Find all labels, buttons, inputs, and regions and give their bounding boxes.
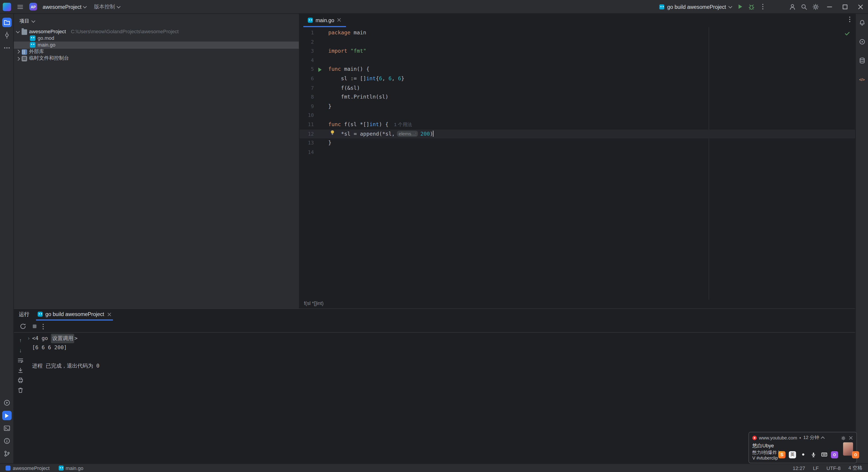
input-apps-grid-icon[interactable] — [841, 451, 848, 458]
code-line-1[interactable]: 1package main — [300, 28, 855, 37]
settings-button[interactable] — [810, 1, 822, 12]
code-line-9[interactable]: 9} — [300, 102, 855, 111]
services-tool-icon[interactable] — [2, 398, 11, 408]
minimize-button[interactable] — [822, 0, 837, 13]
breadcrumb[interactable]: f(sl *[]int) — [300, 300, 855, 308]
run-line-icon[interactable] — [318, 67, 321, 72]
code-line-13[interactable]: 13} — [300, 138, 855, 148]
fold-expand-icon[interactable]: › — [27, 334, 32, 343]
editor-options-icon[interactable] — [849, 17, 850, 22]
code-line-4[interactable]: 4 — [300, 56, 855, 65]
run-tool-icon[interactable] — [2, 411, 11, 420]
chevron-right-icon[interactable] — [16, 57, 20, 60]
terminal-tool-icon[interactable] — [2, 423, 11, 433]
code-line-14[interactable]: 14 — [300, 148, 855, 157]
debug-button[interactable] — [746, 1, 757, 12]
code-line-6[interactable]: 6 sl := []int{6, 6, 6} — [300, 74, 855, 84]
voice-input-icon[interactable] — [810, 451, 817, 458]
code-line-7[interactable]: 7 f(&sl) — [300, 84, 855, 93]
endpoints-tool-icon[interactable]: </> — [857, 75, 867, 84]
close-tab-icon[interactable] — [337, 18, 342, 22]
statusbar-project[interactable]: awesomeProject — [5, 465, 50, 471]
caret-position[interactable]: 12:27 — [793, 465, 805, 471]
code-line-11[interactable]: 11func f(sl *[]int) {1 个用法 — [300, 120, 855, 129]
tree-item-go.mod[interactable]: go.mod — [14, 35, 299, 42]
code-area[interactable]: 1package main23import "fmt"45func main()… — [300, 27, 855, 300]
tree-item-外部库[interactable]: 外部库 — [14, 49, 299, 55]
tree-item-main.go[interactable]: main.go — [14, 42, 299, 49]
line-number: 4 — [300, 56, 314, 65]
goland-logo — [3, 2, 11, 11]
more-actions-button[interactable] — [757, 1, 768, 12]
clear-console-icon[interactable] — [17, 386, 24, 394]
print-icon[interactable] — [17, 376, 24, 384]
ai-assistant-tool-icon[interactable] — [857, 37, 867, 46]
scroll-to-end-icon[interactable] — [17, 367, 24, 374]
usages-hint[interactable]: 1 个用法 — [394, 122, 412, 127]
folded-region[interactable]: 设置调用 — [51, 334, 74, 343]
rerun-button[interactable] — [20, 323, 27, 330]
run-more-options-icon[interactable] — [43, 323, 44, 329]
main-menu-button[interactable] — [14, 1, 26, 12]
tree-item-临时文件和控制台[interactable]: 临时文件和控制台 — [14, 55, 299, 62]
stop-button[interactable] — [32, 323, 38, 329]
input-settings-icon[interactable] — [852, 451, 859, 458]
project-selector[interactable]: awesomeProject — [40, 1, 88, 12]
soft-keyboard-icon[interactable] — [820, 451, 828, 458]
user-account-button[interactable] — [786, 1, 798, 12]
input-cursor-icon[interactable] — [799, 451, 807, 458]
vcs-tool-icon[interactable] — [2, 449, 11, 459]
prev-occurrence-icon[interactable]: ↑ — [17, 337, 24, 344]
code-line-10[interactable]: 10 — [300, 111, 855, 120]
code-line-2[interactable]: 2 — [300, 37, 855, 47]
code-line-3[interactable]: 3import "fmt" — [300, 46, 855, 56]
chevron-down-icon — [32, 19, 35, 23]
stop-icon — [32, 323, 38, 329]
run-config-selector[interactable]: go build awesomeProject — [656, 1, 735, 12]
console-output[interactable]: ›<4 go 设置调用>[6 6 6 200] 进程 已完成，退出代码为 0 — [27, 333, 855, 464]
bug-icon — [748, 3, 755, 10]
vcs-menu[interactable]: 版本控制 — [92, 1, 122, 12]
chevron-right-icon[interactable] — [16, 50, 20, 54]
editor-tab-main-go[interactable]: main.go — [303, 14, 346, 27]
line-ending[interactable]: LF — [813, 465, 819, 471]
next-occurrence-icon[interactable]: ↓ — [17, 347, 24, 354]
input-mode-english-icon[interactable]: 英 — [789, 451, 796, 458]
code-line-12[interactable]: 12*sl = append(*sl,elems...:200) — [300, 129, 855, 138]
tree-item-awesomeProject[interactable]: awesomeProjectC:\Users\meow\GolandProjec… — [14, 28, 299, 35]
project-panel-header[interactable]: 项目 — [14, 14, 299, 28]
project-tool-icon[interactable] — [2, 18, 11, 27]
file-encoding[interactable]: UTF-8 — [827, 465, 840, 471]
close-button[interactable] — [852, 0, 868, 13]
project-tree: awesomeProjectC:\Users\meow\GolandProjec… — [14, 28, 299, 62]
notification-time: 12 分钟 — [803, 435, 819, 441]
code-line-8[interactable]: 8 fmt.Println(sl) — [300, 92, 855, 102]
search-everywhere-button[interactable] — [798, 1, 810, 12]
problems-tool-icon[interactable] — [2, 436, 11, 446]
notifications-icon[interactable] — [857, 18, 867, 28]
notification-settings-icon[interactable] — [841, 435, 846, 440]
commit-tool-icon[interactable] — [2, 31, 11, 40]
indent-style[interactable]: 4 空格 — [848, 465, 862, 472]
intention-bulb-icon[interactable] — [328, 129, 341, 135]
database-tool-icon[interactable] — [857, 56, 867, 65]
maximize-button[interactable] — [837, 0, 852, 13]
statusbar-file[interactable]: main.go — [58, 465, 83, 471]
inspection-ok-icon[interactable] — [844, 31, 850, 37]
emoji-panel-icon[interactable] — [831, 451, 838, 458]
soft-wrap-icon[interactable] — [17, 356, 24, 364]
chevron-down-icon[interactable] — [16, 29, 20, 33]
project-root-path: C:\Users\meow\GolandProjects\awesomeProj… — [71, 29, 179, 34]
sogou-input-icon[interactable]: S — [778, 451, 785, 458]
chevron-down-icon — [83, 4, 87, 8]
code-lines: 1package main23import "fmt"45func main()… — [300, 28, 855, 157]
notification-close-icon[interactable] — [848, 435, 853, 440]
goland-window: AP awesomeProject 版本控制 go build awesomeP… — [0, 0, 868, 472]
collapse-notification-icon[interactable] — [821, 437, 825, 440]
rerun-icon — [20, 323, 27, 330]
run-tab[interactable]: go build awesomeProject — [36, 309, 113, 320]
more-tool-windows-icon[interactable] — [2, 43, 11, 53]
run-button[interactable] — [735, 1, 746, 12]
close-tab-icon[interactable] — [107, 312, 112, 316]
code-line-5[interactable]: 5func main() { — [300, 65, 855, 74]
